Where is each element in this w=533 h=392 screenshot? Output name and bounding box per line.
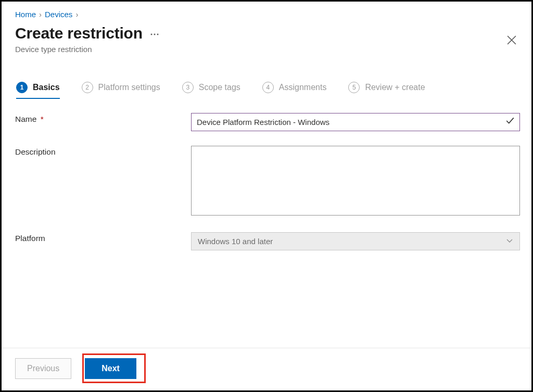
check-icon (505, 116, 515, 128)
chevron-down-icon (506, 237, 513, 246)
tab-platform-settings[interactable]: 2 Platform settings (82, 79, 160, 98)
page-title: Create restriction (15, 25, 143, 42)
more-options-button[interactable]: ⋯ (150, 29, 160, 39)
description-input[interactable] (191, 146, 520, 216)
tab-review-create[interactable]: 5 Review + create (348, 79, 425, 98)
row-description: Description (15, 146, 520, 218)
label-description: Description (15, 147, 56, 156)
step-label: Review + create (365, 83, 425, 92)
required-indicator: * (41, 115, 44, 123)
next-button[interactable]: Next (85, 358, 136, 379)
row-platform: Platform Windows 10 and later (15, 232, 520, 250)
chevron-right-icon: › (39, 10, 42, 18)
step-label: Scope tags (199, 83, 240, 92)
footer: Previous Next (2, 338, 531, 390)
previous-button: Previous (15, 358, 71, 379)
label-name: Name (15, 115, 36, 123)
row-name: Name * (15, 113, 520, 131)
breadcrumb-link-home[interactable]: Home (15, 10, 36, 19)
wizard-tabs: 1 Basics 2 Platform settings 3 Scope tag… (15, 79, 520, 98)
close-icon (507, 35, 516, 45)
tab-assignments[interactable]: 4 Assignments (262, 79, 327, 98)
step-number: 2 (82, 82, 93, 93)
platform-selected-value: Windows 10 and later (198, 237, 273, 246)
step-label: Assignments (279, 83, 327, 92)
step-label: Basics (33, 83, 60, 92)
platform-select[interactable]: Windows 10 and later (191, 232, 520, 250)
step-label: Platform settings (98, 83, 160, 92)
chevron-right-icon: › (75, 10, 78, 18)
divider (2, 348, 531, 348)
step-number: 5 (348, 82, 360, 93)
step-number: 3 (182, 82, 194, 93)
breadcrumb-link-devices[interactable]: Devices (45, 10, 72, 19)
tab-scope-tags[interactable]: 3 Scope tags (182, 79, 240, 98)
close-button[interactable] (503, 32, 520, 48)
form: Name * Description (15, 113, 520, 265)
label-platform: Platform (15, 234, 45, 243)
page-subtitle: Device type restriction (15, 45, 160, 54)
name-input[interactable] (191, 113, 520, 131)
breadcrumb: Home › Devices › (15, 7, 520, 20)
step-number: 4 (262, 82, 274, 93)
page-header: Create restriction ⋯ Device type restric… (15, 20, 520, 54)
step-number: 1 (16, 82, 28, 93)
tab-basics[interactable]: 1 Basics (16, 79, 60, 98)
